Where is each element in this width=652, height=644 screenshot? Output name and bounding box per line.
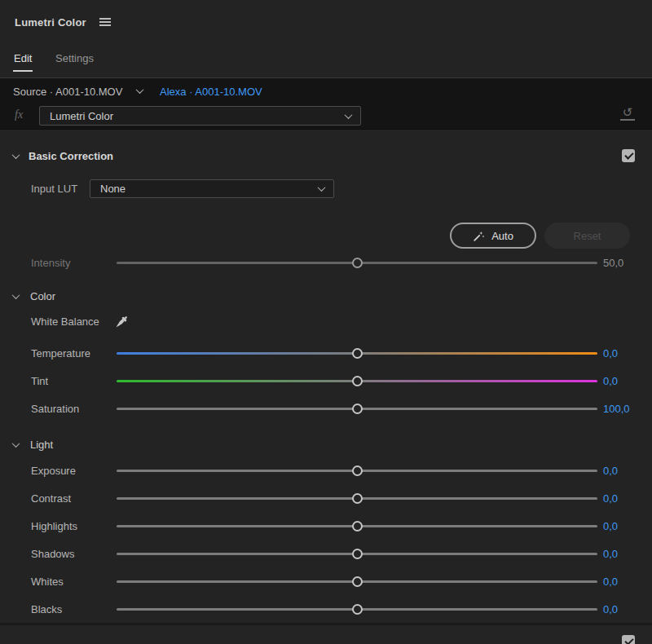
effect-select-value: Lumetri Color xyxy=(40,110,346,122)
auto-button[interactable]: Auto xyxy=(450,223,536,249)
slider-row-temperature: Temperature0,0 xyxy=(0,339,652,367)
fx-icon: fx xyxy=(15,108,23,121)
slider-label-blacks: Blacks xyxy=(31,603,62,615)
input-lut-select[interactable]: None xyxy=(90,179,334,198)
slider-thumb-exposure[interactable] xyxy=(352,465,363,476)
slider-row-blacks: Blacks0,0 xyxy=(0,595,652,623)
slider-label-shadows: Shadows xyxy=(31,548,74,560)
slider-value-temperature[interactable]: 0,0 xyxy=(603,347,618,359)
chevron-down-icon xyxy=(12,439,20,448)
slider-value-saturation[interactable]: 100,0 xyxy=(603,403,630,415)
effect-row: fx Lumetri Color ↺ xyxy=(0,104,652,129)
slider-whites[interactable] xyxy=(117,567,597,595)
chevron-down-icon xyxy=(12,291,20,299)
slider-label-contrast: Contrast xyxy=(31,492,71,505)
slider-thumb-saturation[interactable] xyxy=(352,404,363,414)
panel-titlebar: Lumetri Color xyxy=(0,0,652,41)
slider-saturation[interactable] xyxy=(117,395,597,422)
effect-select[interactable]: Lumetri Color xyxy=(39,106,361,126)
subsection-title: Light xyxy=(30,439,53,451)
slider-thumb-blacks[interactable] xyxy=(352,604,363,615)
panel-title: Lumetri Color xyxy=(15,16,86,29)
lumetri-color-panel: Lumetri Color Edit Settings Source · A00… xyxy=(0,0,652,644)
slider-thumb-highlights[interactable] xyxy=(352,521,363,532)
auto-reset-row: Auto Reset xyxy=(0,223,652,249)
slider-row-highlights: Highlights0,0 xyxy=(0,512,652,540)
eyedropper-icon[interactable] xyxy=(112,313,132,333)
target-clip-link[interactable]: Alexa · A001-10.MOV xyxy=(160,86,262,98)
tabs-bar: Edit Settings xyxy=(0,41,652,78)
section-title: Basic Correction xyxy=(29,150,113,162)
slider-label-tint: Tint xyxy=(31,375,48,387)
slider-value-exposure[interactable]: 0,0 xyxy=(603,465,618,477)
white-balance-row: White Balance xyxy=(0,308,652,339)
slider-thumb-intensity[interactable] xyxy=(352,258,363,268)
slider-label-whites: Whites xyxy=(31,576,64,588)
slider-thumb-shadows[interactable] xyxy=(352,549,363,559)
subsection-title: Color xyxy=(30,290,55,302)
slider-row-shadows: Shadows0,0 xyxy=(0,540,652,567)
clip-effect-strip: Source · A001-10.MOV Alexa · A001-10.MOV… xyxy=(0,78,652,130)
source-row: Source · A001-10.MOV Alexa · A001-10.MOV xyxy=(0,78,652,104)
tab-settings[interactable]: Settings xyxy=(55,52,94,64)
slider-row-saturation: Saturation100,0 xyxy=(0,395,652,422)
slider-blacks[interactable] xyxy=(117,595,597,623)
white-balance-label: White Balance xyxy=(31,315,99,328)
slider-row-exposure: Exposure0,0 xyxy=(0,457,652,484)
subsection-header-light[interactable]: Light xyxy=(0,432,652,457)
slider-value-highlights[interactable]: 0,0 xyxy=(603,520,618,532)
panel-content: Basic Correction Input LUT None Auto Res… xyxy=(0,144,652,644)
slider-row-tint: Tint0,0 xyxy=(0,367,652,395)
reset-button[interactable]: Reset xyxy=(544,223,630,249)
slider-value-intensity[interactable]: 50,0 xyxy=(603,257,623,269)
slider-thumb-contrast[interactable] xyxy=(352,493,363,504)
next-section-partial: Creative xyxy=(0,625,652,644)
slider-exposure[interactable] xyxy=(117,457,597,484)
input-lut-row: Input LUT None xyxy=(0,179,652,200)
slider-value-whites[interactable]: 0,0 xyxy=(603,576,618,588)
slider-thumb-tint[interactable] xyxy=(352,376,363,386)
slider-value-contrast[interactable]: 0,0 xyxy=(603,492,618,505)
chevron-down-icon[interactable] xyxy=(136,86,144,94)
basic-correction-checkbox[interactable] xyxy=(622,149,635,162)
slider-label-intensity: Intensity xyxy=(31,257,70,269)
slider-temperature[interactable] xyxy=(117,339,597,367)
slider-label-saturation: Saturation xyxy=(31,403,79,415)
next-section-checkbox[interactable] xyxy=(622,635,635,644)
slider-shadows[interactable] xyxy=(117,540,597,567)
slider-label-exposure: Exposure xyxy=(31,465,76,477)
input-lut-value: None xyxy=(90,183,319,195)
basic-correction-header[interactable]: Basic Correction xyxy=(0,144,652,167)
slider-thumb-whites[interactable] xyxy=(352,576,363,587)
slider-row-intensity: Intensity50,0 xyxy=(0,249,652,276)
panel-menu-icon[interactable] xyxy=(99,18,111,27)
slider-contrast[interactable] xyxy=(117,484,597,512)
source-clip-label: Source · A001-10.MOV xyxy=(13,86,122,98)
slider-thumb-temperature[interactable] xyxy=(352,348,363,359)
slider-value-shadows[interactable]: 0,0 xyxy=(603,548,618,560)
subsection-header-color[interactable]: Color xyxy=(0,284,652,308)
controls-list: Intensity50,0ColorWhite BalanceTemperatu… xyxy=(0,249,652,623)
slider-value-tint[interactable]: 0,0 xyxy=(603,375,618,387)
slider-highlights[interactable] xyxy=(117,512,597,540)
slider-intensity[interactable] xyxy=(117,249,597,276)
chevron-down-icon xyxy=(12,151,20,159)
reset-effect-icon[interactable]: ↺ xyxy=(620,107,635,121)
tab-edit[interactable]: Edit xyxy=(14,52,32,64)
slider-tint[interactable] xyxy=(117,367,597,395)
slider-value-blacks[interactable]: 0,0 xyxy=(603,603,618,615)
input-lut-label: Input LUT xyxy=(31,183,77,195)
slider-label-temperature: Temperature xyxy=(31,347,90,359)
chevron-down-icon xyxy=(318,183,326,192)
slider-row-contrast: Contrast0,0 xyxy=(0,484,652,512)
slider-label-highlights: Highlights xyxy=(31,520,77,532)
chevron-down-icon xyxy=(345,111,353,119)
magic-wand-icon xyxy=(473,230,485,242)
slider-row-whites: Whites0,0 xyxy=(0,567,652,595)
auto-button-label: Auto xyxy=(491,230,513,242)
